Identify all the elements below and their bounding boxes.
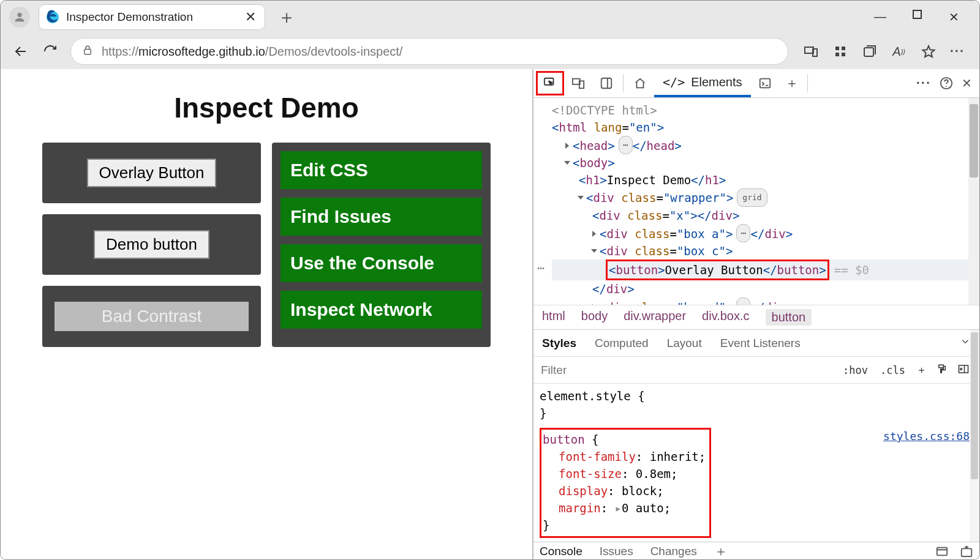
drawer-console-tab[interactable]: Console bbox=[540, 545, 582, 558]
button-rule: styles.css:68 button { font-family: inhe… bbox=[540, 428, 973, 538]
browser-menu-button[interactable]: ··· bbox=[950, 43, 965, 59]
element-style-rule: element.style { } bbox=[540, 387, 973, 422]
crumb-html[interactable]: html bbox=[542, 309, 565, 326]
styles-tabs: Styles Computed Layout Event Listeners bbox=[533, 330, 979, 357]
drawer-changes-tab[interactable]: Changes bbox=[650, 545, 697, 558]
dom-scrollbar[interactable] bbox=[968, 98, 979, 305]
drawer-issues-icon[interactable] bbox=[935, 545, 949, 558]
overlay-button[interactable]: Overlay Button bbox=[87, 159, 217, 187]
tab-event-listeners[interactable]: Event Listeners bbox=[720, 337, 801, 350]
page-viewport: Inspect Demo Overlay Button Demo button … bbox=[1, 69, 533, 560]
box-overlay: Overlay Button bbox=[42, 143, 261, 203]
device-emulation-button[interactable] bbox=[564, 71, 592, 95]
cls-button[interactable]: .cls bbox=[874, 364, 911, 376]
box-bad-contrast: Bad Contrast bbox=[42, 286, 261, 347]
styles-panel: Styles Computed Layout Event Listeners :… bbox=[533, 329, 979, 542]
read-aloud-icon[interactable]: A)) bbox=[891, 43, 907, 59]
dock-toggle-button[interactable] bbox=[592, 71, 620, 95]
bad-contrast-button[interactable]: Bad Contrast bbox=[55, 302, 249, 331]
tab-strip: Inspector Demonstration ✕ ＋ ― ✕ bbox=[1, 1, 979, 34]
selected-dom-node[interactable]: <button>Overlay Button</button>== $0 bbox=[552, 259, 979, 280]
code-brackets-icon: </> bbox=[663, 75, 685, 89]
inspect-element-button[interactable] bbox=[536, 71, 564, 95]
svg-rect-8 bbox=[864, 48, 873, 56]
tab-title: Inspector Demonstration bbox=[66, 10, 239, 24]
svg-rect-1 bbox=[85, 50, 91, 54]
svg-rect-12 bbox=[601, 78, 612, 89]
svg-rect-6 bbox=[835, 53, 839, 56]
dom-breadcrumb[interactable]: html body div.wrapper div.box.c button bbox=[533, 305, 979, 329]
crumb-button[interactable]: button bbox=[766, 309, 812, 326]
window-controls: ― ✕ bbox=[874, 10, 974, 24]
close-window-button[interactable]: ✕ bbox=[948, 10, 960, 24]
css-rules[interactable]: element.style { } styles.css:68 button {… bbox=[533, 384, 979, 542]
rule-source-link[interactable]: styles.css:68 bbox=[883, 428, 970, 445]
crumb-boxc[interactable]: div.box.c bbox=[702, 309, 749, 326]
link-find-issues[interactable]: Find Issues bbox=[281, 198, 482, 236]
apps-icon[interactable] bbox=[832, 43, 848, 59]
add-panel-button[interactable]: ＋ bbox=[779, 74, 805, 92]
svg-rect-2 bbox=[805, 47, 813, 53]
new-tab-button[interactable]: ＋ bbox=[274, 5, 300, 30]
favorite-icon[interactable] bbox=[921, 43, 937, 59]
devtools-menu-button[interactable]: ··· bbox=[916, 75, 931, 91]
drawer-expand-icon[interactable] bbox=[960, 545, 973, 558]
link-edit-css[interactable]: Edit CSS bbox=[281, 151, 482, 189]
page-title: Inspect Demo bbox=[8, 91, 525, 124]
address-bar-tools: A)) ··· bbox=[799, 43, 968, 59]
tab-computed[interactable]: Computed bbox=[595, 337, 649, 350]
crumb-body[interactable]: body bbox=[581, 309, 608, 326]
profile-icon[interactable] bbox=[9, 7, 30, 28]
svg-rect-18 bbox=[962, 548, 972, 556]
drawer-add-tab[interactable]: ＋ bbox=[714, 542, 728, 560]
box-demo: Demo button bbox=[42, 214, 261, 275]
browser-chrome: Inspector Demonstration ✕ ＋ ― ✕ https://… bbox=[1, 1, 979, 69]
svg-rect-7 bbox=[842, 53, 845, 56]
crumb-wrapper[interactable]: div.wrapper bbox=[624, 309, 686, 326]
refresh-button[interactable] bbox=[41, 42, 59, 61]
welcome-tab-button[interactable] bbox=[626, 71, 654, 95]
devtools-drawer-tabs: Console Issues Changes ＋ bbox=[533, 542, 979, 560]
styles-filter-input[interactable] bbox=[533, 364, 837, 377]
back-button[interactable] bbox=[12, 42, 30, 61]
new-style-rule-button[interactable]: ＋ bbox=[911, 363, 932, 377]
svg-rect-17 bbox=[937, 548, 948, 556]
address-bar-row: https://microsoftedge.github.io/Demos/de… bbox=[1, 34, 979, 69]
link-use-console[interactable]: Use the Console bbox=[281, 244, 482, 282]
hov-button[interactable]: :hov bbox=[837, 364, 874, 376]
device-icon[interactable] bbox=[803, 43, 819, 59]
console-panel-button[interactable] bbox=[751, 71, 779, 95]
edge-icon bbox=[45, 10, 60, 24]
help-icon[interactable] bbox=[940, 77, 953, 90]
devtools-tabstrip: </> Elements ＋ ··· ✕ bbox=[533, 69, 979, 98]
minimize-button[interactable]: ― bbox=[874, 10, 886, 24]
link-inspect-network[interactable]: Inspect Network bbox=[281, 291, 482, 329]
maximize-button[interactable] bbox=[911, 10, 923, 24]
styles-toolbar: :hov .cls ＋ bbox=[533, 357, 979, 384]
tab-close-icon[interactable]: ✕ bbox=[245, 9, 256, 25]
devtools-panel: </> Elements ＋ ··· ✕ <!DOCTYPE html> <ht… bbox=[533, 69, 979, 560]
paint-icon[interactable] bbox=[932, 364, 952, 377]
demo-button[interactable]: Demo button bbox=[94, 230, 209, 259]
elements-tab[interactable]: </> Elements bbox=[654, 69, 751, 97]
drawer-issues-tab[interactable]: Issues bbox=[600, 545, 633, 558]
address-field[interactable]: https://microsoftedge.github.io/Demos/de… bbox=[70, 38, 788, 65]
devtools-close-button[interactable]: ✕ bbox=[962, 76, 972, 91]
collections-icon[interactable] bbox=[862, 43, 878, 59]
dom-tree[interactable]: <!DOCTYPE html> <html lang="en"> <head>⋯… bbox=[533, 98, 979, 305]
url-text: https://microsoftedge.github.io/Demos/de… bbox=[102, 45, 402, 59]
browser-tab[interactable]: Inspector Demonstration ✕ bbox=[39, 4, 265, 30]
svg-rect-4 bbox=[835, 47, 839, 50]
svg-rect-13 bbox=[760, 79, 770, 88]
svg-rect-5 bbox=[842, 47, 845, 50]
svg-point-15 bbox=[946, 86, 947, 87]
tab-styles[interactable]: Styles bbox=[542, 337, 576, 350]
styles-scrollbar[interactable] bbox=[970, 330, 979, 542]
tab-layout[interactable]: Layout bbox=[667, 337, 702, 350]
content-area: Inspect Demo Overlay Button Demo button … bbox=[1, 69, 979, 560]
site-lock-icon[interactable] bbox=[82, 44, 93, 59]
links-column: Edit CSS Find Issues Use the Console Ins… bbox=[272, 143, 491, 347]
